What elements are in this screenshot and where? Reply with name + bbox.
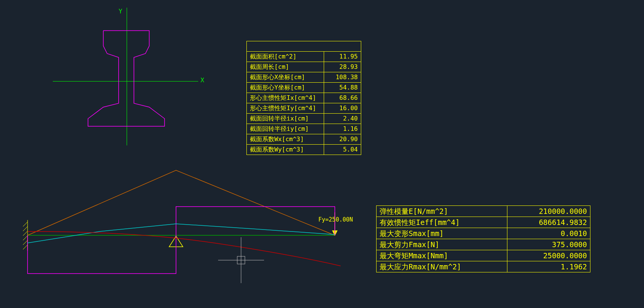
result-label: 弹性模量E[N/mm^2] [377,206,507,217]
result-value: 210000.0000 [507,206,590,217]
property-label: 截面周长[cm] [247,62,324,72]
section-table-header [247,41,361,52]
svg-line-1 [23,222,28,227]
property-value: 28.93 [324,62,361,72]
table-row: 截面系数Wy[cm^3]5.04 [247,145,361,155]
rail-cross-section [77,27,176,134]
property-value: 11.95 [324,52,361,62]
table-row: 形心主惯性矩Ix[cm^4]68.66 [247,93,361,103]
property-label: 形心主惯性矩Iy[cm^4] [247,103,324,114]
result-value: 25000.0000 [507,250,590,261]
svg-line-2 [23,227,28,231]
table-row: 截面形心X坐标[cm]108.38 [247,72,361,83]
property-label: 截面回转半径ix[cm] [247,114,324,124]
property-value: 20.90 [324,134,361,145]
result-value: 0.0010 [507,228,590,239]
section-properties-table: 截面面积[cm^2]11.95截面周长[cm]28.93截面形心X坐标[cm]1… [246,41,361,155]
property-value: 2.40 [324,114,361,124]
table-row: 截面回转半径iy[cm]1.16 [247,124,361,134]
moment-curve [28,170,335,235]
property-value: 68.66 [324,93,361,103]
x-axis-label: X [201,77,204,84]
results-table: 弹性模量E[N/mm^2]210000.0000有效惯性矩Ieff[mm^4]6… [376,205,590,272]
result-value: 686614.9832 [507,217,590,228]
svg-line-5 [23,240,28,245]
property-label: 截面形心X坐标[cm] [247,72,324,83]
table-row: 截面周长[cm]28.93 [247,62,361,72]
cad-canvas[interactable]: Y X 截面面积[cm^2]11.95截面周长[cm]28.93截面形心X坐标[… [0,0,644,308]
result-value: 375.0000 [507,239,590,250]
beam-diagram [23,166,348,293]
svg-line-4 [23,236,28,240]
table-row: 截面形心Y坐标[cm]54.88 [247,83,361,93]
property-value: 1.16 [324,124,361,134]
deflection-curve [28,224,335,243]
force-label: Fy=250.00N [318,216,353,223]
result-label: 最大变形Smax[mm] [377,228,507,239]
property-label: 截面面积[cm^2] [247,52,324,62]
svg-line-6 [23,245,28,249]
table-row: 有效惯性矩Ieff[mm^4]686614.9832 [377,217,590,228]
table-row: 截面面积[cm^2]11.95 [247,52,361,62]
table-row: 最大应力Rmax[N/mm^2]1.1962 [377,261,590,272]
property-label: 形心主惯性矩Ix[cm^4] [247,93,324,103]
table-row: 最大剪力Fmax[N]375.0000 [377,239,590,250]
svg-line-3 [23,231,28,236]
table-row: 最大变形Smax[mm]0.0010 [377,228,590,239]
table-row: 截面系数Wx[cm^3]20.90 [247,134,361,145]
result-label: 最大应力Rmax[N/mm^2] [377,261,507,272]
table-row: 截面回转半径ix[cm]2.40 [247,114,361,124]
property-label: 截面回转半径iy[cm] [247,124,324,134]
property-label: 截面形心Y坐标[cm] [247,83,324,93]
property-value: 5.04 [324,145,361,155]
cursor-crosshair-icon [218,237,264,283]
table-row: 弹性模量E[N/mm^2]210000.0000 [377,206,590,217]
property-value: 16.00 [324,103,361,114]
result-label: 最大弯矩Mmax[Nmm] [377,250,507,261]
result-label: 最大剪力Fmax[N] [377,239,507,250]
result-label: 有效惯性矩Ieff[mm^4] [377,217,507,228]
result-value: 1.1962 [507,261,590,272]
property-label: 截面系数Wy[cm^3] [247,145,324,155]
property-value: 108.38 [324,72,361,83]
y-axis-label: Y [119,8,122,15]
table-row: 最大弯矩Mmax[Nmm]25000.0000 [377,250,590,261]
table-row: 形心主惯性矩Iy[cm^4]16.00 [247,103,361,114]
fixed-support-icon [23,220,28,251]
property-value: 54.88 [324,83,361,93]
stress-curve [28,231,341,266]
property-label: 截面系数Wx[cm^3] [247,134,324,145]
